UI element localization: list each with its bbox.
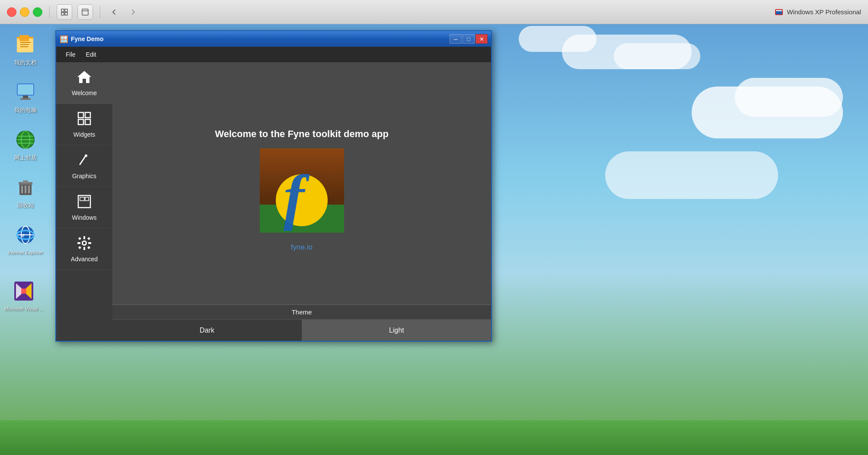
desktop-icon-network[interactable]: 网上邻居 <box>6 128 45 162</box>
home-icon <box>77 69 92 87</box>
svg-marker-39 <box>77 71 91 83</box>
cloud-6 <box>605 151 778 199</box>
fyne-menubar: File Edit <box>56 47 491 62</box>
svg-rect-17 <box>23 96 28 98</box>
sidebar-item-welcome[interactable]: Welcome <box>56 62 112 104</box>
network-icon <box>13 128 38 152</box>
ms-visual-icon <box>12 279 36 303</box>
mac-titlebar: Windows XP Professional <box>0 0 868 24</box>
desktop-icon-my-computer[interactable]: 我的电脑 <box>6 80 45 114</box>
theme-light-button[interactable]: Light <box>302 319 491 341</box>
maximize-traffic-light[interactable] <box>33 7 42 17</box>
svg-rect-27 <box>21 186 23 193</box>
vm-label: Windows XP Professional <box>787 8 861 16</box>
recycle-label: 回收站 <box>17 202 34 209</box>
svg-rect-13 <box>20 44 29 45</box>
sidebar-windows-label: Windows <box>72 214 97 221</box>
svg-rect-8 <box>776 10 782 11</box>
menu-edit[interactable]: Edit <box>82 49 101 60</box>
menu-file[interactable]: File <box>61 49 80 60</box>
toolbar-separator-2 <box>100 6 100 18</box>
sidebar-welcome-label: Welcome <box>72 90 97 96</box>
cloud-3 <box>614 43 700 69</box>
theme-buttons: Dark Light <box>112 319 491 341</box>
toolbar-btn-1[interactable] <box>57 4 72 20</box>
window-minimize-button[interactable]: ─ <box>450 34 462 44</box>
svg-rect-58 <box>87 246 90 249</box>
fyne-main-content: Welcome to the Fyne toolkit demo app <box>112 62 491 304</box>
svg-rect-26 <box>23 180 28 183</box>
desktop-icon-ie[interactable]: e Internet Explorer <box>6 223 45 256</box>
sidebar-advanced-label: Advanced <box>71 256 98 263</box>
sidebar-item-windows[interactable]: Windows <box>56 187 112 228</box>
my-computer-label: 我的电脑 <box>14 107 37 114</box>
fyne-titlebar: 🪟 Fyne Demo ─ □ ✕ <box>56 31 491 47</box>
svg-rect-47 <box>80 197 84 201</box>
svg-rect-52 <box>83 247 85 250</box>
sidebar-item-graphics[interactable]: Graphics <box>56 145 112 187</box>
svg-rect-42 <box>78 119 83 125</box>
svg-rect-28 <box>25 186 26 193</box>
my-computer-icon <box>13 80 38 104</box>
cloud-2 <box>519 26 597 52</box>
svg-rect-16 <box>18 84 33 95</box>
desktop-icon-my-docs[interactable]: 我的文档 <box>6 32 45 67</box>
svg-rect-43 <box>85 119 90 125</box>
sidebar-item-widgets[interactable]: Widgets <box>56 104 112 145</box>
fyne-titlebar-title: Fyne Demo <box>71 35 447 42</box>
minimize-traffic-light[interactable] <box>20 7 29 17</box>
window-close-button[interactable]: ✕ <box>475 34 488 44</box>
toolbar-separator-1 <box>49 6 50 18</box>
svg-rect-56 <box>87 237 90 240</box>
svg-rect-11 <box>19 35 29 41</box>
fyne-link[interactable]: fyne.io <box>291 243 313 252</box>
svg-rect-1 <box>65 9 67 12</box>
ie-label: Internet Explorer <box>8 250 43 256</box>
graphics-icon <box>77 152 92 170</box>
forward-nav-button[interactable] <box>126 5 140 19</box>
theme-dark-button[interactable]: Dark <box>112 319 302 341</box>
svg-rect-12 <box>20 42 31 43</box>
svg-rect-41 <box>85 112 90 118</box>
my-docs-label: 我的文档 <box>14 59 37 67</box>
back-nav-button[interactable] <box>107 5 121 19</box>
svg-rect-38 <box>21 288 26 294</box>
window-maximize-button[interactable]: □ <box>463 34 475 44</box>
fyne-titlebar-icon: 🪟 <box>60 35 68 43</box>
svg-line-44 <box>80 157 85 164</box>
svg-rect-29 <box>28 186 30 193</box>
ie-icon: e <box>13 223 38 247</box>
svg-rect-40 <box>78 112 83 118</box>
widgets-icon <box>77 111 92 128</box>
welcome-title: Welcome to the Fyne toolkit demo app <box>215 128 389 140</box>
fyne-theme-section: Theme Dark Light <box>112 304 491 341</box>
close-traffic-light[interactable] <box>7 7 16 17</box>
ms-visual-label: Microsoft Visual ... <box>4 306 43 312</box>
svg-text:e: e <box>22 232 25 238</box>
desktop-icon-ms-visual[interactable]: Microsoft Visual ... <box>4 279 43 312</box>
mac-right-label: Windows XP Professional <box>774 7 861 17</box>
recycle-icon <box>13 175 38 199</box>
svg-rect-3 <box>65 13 67 15</box>
fyne-logo: f <box>260 148 344 233</box>
svg-rect-14 <box>20 46 28 47</box>
svg-rect-4 <box>82 9 88 15</box>
sidebar-item-advanced[interactable]: Advanced <box>56 228 112 270</box>
svg-point-50 <box>83 242 86 244</box>
sidebar-graphics-label: Graphics <box>72 173 96 179</box>
svg-point-45 <box>85 154 87 157</box>
svg-rect-55 <box>78 237 81 240</box>
svg-rect-2 <box>61 13 64 15</box>
fyne-content: Welcome Widgets <box>56 62 491 341</box>
svg-rect-18 <box>20 98 31 100</box>
toolbar-btn-2[interactable] <box>77 4 93 20</box>
my-docs-icon <box>13 32 38 57</box>
fyne-sidebar: Welcome Widgets <box>56 62 112 341</box>
network-label: 网上邻居 <box>14 154 37 162</box>
svg-rect-0 <box>61 9 64 12</box>
cloud-5 <box>735 78 843 117</box>
desktop-icon-recycle[interactable]: 回收站 <box>6 175 45 209</box>
fyne-logo-container: f <box>260 148 344 234</box>
advanced-icon <box>77 235 92 253</box>
fyne-window: 🪟 Fyne Demo ─ □ ✕ File Edit Welcome <box>55 30 492 342</box>
